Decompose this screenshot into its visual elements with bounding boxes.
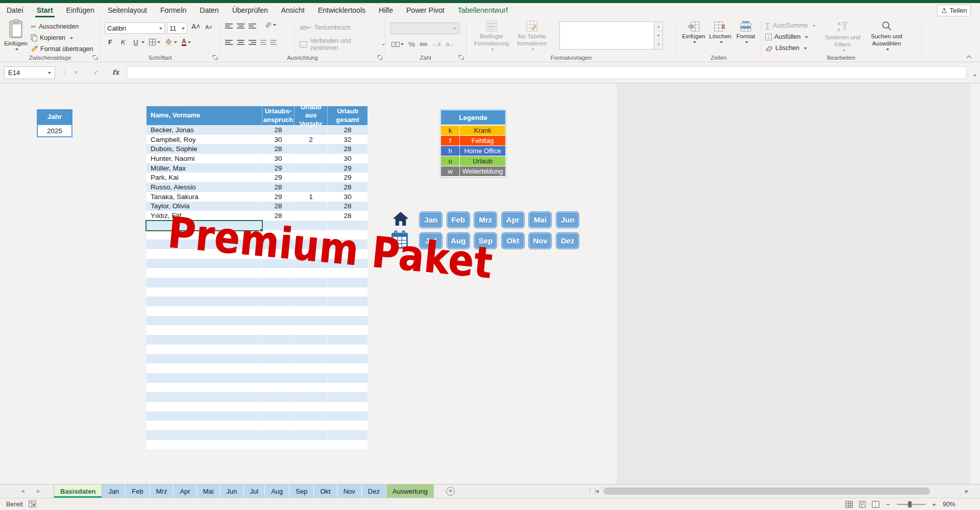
sheet-tab-apr[interactable]: Apr — [174, 484, 197, 498]
ribbon-tab-überprüfen[interactable]: Überprüfen — [226, 3, 275, 17]
font-family-select[interactable]: Calibri — [105, 22, 165, 34]
cell[interactable] — [328, 335, 368, 345]
gallery-more-icon[interactable]: ⊽ — [654, 40, 663, 49]
cell[interactable] — [262, 421, 295, 430]
format-painter-button[interactable]: Format übertragen — [31, 44, 93, 54]
cell[interactable]: Campbell, Roy — [146, 135, 262, 144]
cell[interactable]: 29 — [328, 173, 368, 182]
cell[interactable]: 28 — [328, 202, 368, 211]
legend-label-cell[interactable]: Fehltag — [460, 136, 505, 145]
cell[interactable] — [146, 297, 262, 306]
cell[interactable] — [146, 430, 262, 440]
cell[interactable] — [328, 278, 368, 287]
cell[interactable]: 29 — [328, 163, 368, 173]
legend-code-cell[interactable]: f — [441, 136, 460, 145]
tab-scroll-right-icon[interactable]: ▶ — [37, 488, 41, 494]
cell[interactable] — [146, 421, 262, 430]
font-dialog-launcher[interactable] — [213, 55, 217, 60]
find-select-button[interactable]: Suchen und Auswählen — [865, 20, 908, 51]
cell[interactable] — [328, 440, 368, 450]
cell[interactable]: Becker, Jonas — [146, 125, 262, 135]
clear-button[interactable]: Löschen — [765, 43, 816, 53]
name-box[interactable]: E14 — [4, 66, 55, 79]
increase-decimal-icon[interactable]: ←.0 — [432, 42, 440, 47]
cell[interactable] — [295, 392, 328, 402]
cell-styles-gallery[interactable] — [559, 21, 654, 50]
cell[interactable]: 28 — [262, 182, 295, 192]
cell[interactable] — [146, 411, 262, 421]
cell[interactable] — [295, 306, 328, 316]
italic-button[interactable]: K — [119, 38, 127, 46]
legend-code-cell[interactable]: h — [441, 146, 460, 156]
cell[interactable] — [295, 125, 328, 135]
cell[interactable] — [146, 392, 262, 402]
ribbon-tab-einfügen[interactable]: Einfügen — [60, 3, 101, 17]
cell[interactable] — [262, 278, 295, 287]
cell[interactable] — [146, 287, 262, 297]
align-top-icon[interactable] — [225, 23, 233, 29]
percent-style-button[interactable]: % — [408, 40, 415, 48]
cell[interactable] — [262, 287, 295, 297]
cell[interactable]: 30 — [328, 154, 368, 163]
font-size-select[interactable]: 11 — [167, 22, 187, 34]
sheet-tab-mrz[interactable]: Mrz — [150, 484, 174, 498]
cell[interactable] — [295, 335, 328, 345]
fill-button[interactable]: ↓ Ausfüllen — [765, 32, 816, 42]
zoom-in-button[interactable]: + — [931, 501, 937, 508]
clipboard-dialog-launcher[interactable] — [93, 55, 97, 60]
bold-button[interactable]: F — [106, 38, 114, 46]
month-button-jun[interactable]: Jun — [556, 212, 579, 228]
paste-button[interactable]: Einfügen — [4, 19, 28, 51]
enter-icon[interactable]: ✓ — [93, 68, 99, 76]
cancel-icon[interactable]: × — [74, 68, 78, 76]
tab-scroll-left-icon[interactable]: ◀ — [20, 488, 24, 494]
cell[interactable] — [146, 354, 262, 364]
orientation-button[interactable]: ab — [265, 21, 276, 28]
cell[interactable] — [146, 373, 262, 383]
decrease-font-icon[interactable]: A˅ — [205, 24, 212, 30]
cell[interactable] — [146, 316, 262, 326]
ribbon-tab-ansicht[interactable]: Ansicht — [275, 3, 311, 17]
share-button[interactable]: Teilen — [937, 5, 971, 16]
month-button-mrz[interactable]: Mrz — [474, 212, 497, 228]
cell[interactable] — [262, 268, 295, 278]
gallery-up-icon[interactable]: ▲ — [654, 22, 663, 31]
cell[interactable]: 30 — [262, 135, 295, 144]
cell[interactable] — [262, 392, 295, 402]
year-header-cell[interactable]: Jahr — [37, 109, 72, 124]
ribbon-tab-seitenlayout[interactable]: Seitenlayout — [101, 3, 154, 17]
number-format-select[interactable] — [390, 22, 459, 34]
macro-record-icon[interactable] — [29, 500, 36, 507]
accounting-format-icon[interactable] — [391, 41, 400, 47]
scroll-right-icon[interactable]: ▶ — [965, 489, 969, 494]
zoom-out-button[interactable]: − — [885, 501, 891, 508]
sheet-tab-nov[interactable]: Nov — [337, 484, 362, 498]
legend-code-cell[interactable]: u — [441, 156, 460, 166]
month-button-apr[interactable]: Apr — [502, 212, 524, 228]
ribbon-tab-daten[interactable]: Daten — [193, 3, 225, 17]
cell[interactable] — [328, 354, 368, 364]
underline-button[interactable]: U — [132, 38, 140, 46]
alignment-dialog-launcher[interactable] — [378, 55, 382, 60]
insert-function-icon[interactable]: fx — [112, 68, 119, 76]
copy-button[interactable]: Kopieren — [31, 33, 93, 43]
number-dialog-launcher[interactable] — [459, 55, 463, 60]
comma-style-button[interactable]: 000 — [420, 42, 427, 47]
cell[interactable] — [328, 373, 368, 383]
ribbon-tab-power-pivot[interactable]: Power Pivot — [400, 3, 451, 17]
cell[interactable] — [295, 383, 328, 393]
gallery-down-icon[interactable]: ▼ — [654, 31, 663, 40]
cell[interactable]: Hunter, Naomi — [146, 154, 262, 163]
cell[interactable] — [295, 154, 328, 163]
month-button-mai[interactable]: Mai — [529, 212, 551, 228]
cell[interactable]: Taylor, Olivia — [146, 202, 262, 211]
cell[interactable] — [328, 306, 368, 316]
cell[interactable]: 29 — [262, 192, 295, 202]
delete-cells-button[interactable]: Löschen — [708, 21, 732, 44]
cell[interactable]: Dubois, Sophie — [146, 144, 262, 154]
page-layout-view-icon[interactable] — [859, 501, 866, 508]
cell[interactable] — [146, 402, 262, 411]
cell[interactable] — [295, 316, 328, 326]
cell[interactable]: 28 — [328, 182, 368, 192]
cell[interactable] — [146, 440, 262, 450]
